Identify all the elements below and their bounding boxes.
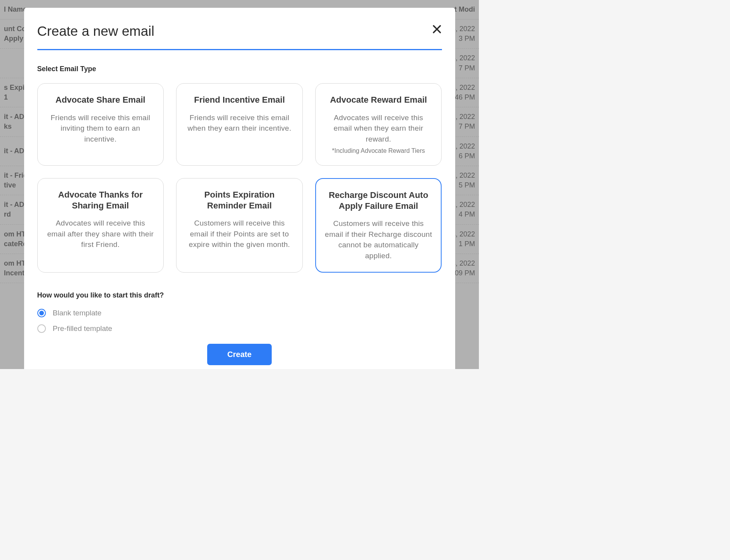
modal-overlay[interactable]: Create a new email Select Email Type Adv… bbox=[0, 0, 479, 369]
modal-title: Create a new email bbox=[37, 23, 442, 39]
draft-section: How would you like to start this draft? … bbox=[37, 291, 442, 333]
card-description: Customers will receive this email if the… bbox=[185, 218, 294, 250]
card-title: Advocate Share Email bbox=[56, 94, 145, 105]
radio-button[interactable] bbox=[37, 324, 46, 333]
card-title: Advocate Reward Email bbox=[330, 94, 427, 105]
card-description: Customers will receive this email if the… bbox=[325, 218, 433, 261]
email-type-card[interactable]: Points Expiration Reminder EmailCustomer… bbox=[176, 178, 303, 273]
email-type-card[interactable]: Advocate Reward EmailAdvocates will rece… bbox=[315, 83, 442, 166]
card-title: Advocate Thanks for Sharing Email bbox=[46, 189, 155, 211]
card-description: Advocates will receive this email after … bbox=[46, 218, 155, 250]
radio-label: Pre-filled template bbox=[53, 324, 112, 333]
select-email-type-label: Select Email Type bbox=[37, 65, 442, 73]
card-title: Friend Incentive Email bbox=[194, 94, 285, 105]
email-type-card[interactable]: Recharge Discount Auto Apply Failure Ema… bbox=[315, 178, 442, 273]
email-type-card[interactable]: Advocate Share EmailFriends will receive… bbox=[37, 83, 164, 166]
modal-divider bbox=[37, 49, 442, 50]
card-title: Points Expiration Reminder Email bbox=[185, 189, 294, 211]
radio-option[interactable]: Blank template bbox=[37, 309, 442, 317]
radio-button[interactable] bbox=[37, 309, 46, 317]
draft-start-label: How would you like to start this draft? bbox=[37, 291, 442, 299]
email-type-card[interactable]: Advocate Thanks for Sharing EmailAdvocat… bbox=[37, 178, 164, 273]
create-button[interactable]: Create bbox=[207, 344, 272, 365]
card-title: Recharge Discount Auto Apply Failure Ema… bbox=[325, 190, 433, 211]
email-type-grid: Advocate Share EmailFriends will receive… bbox=[37, 83, 442, 273]
card-description: Friends will receive this email inviting… bbox=[46, 112, 155, 145]
create-email-modal: Create a new email Select Email Type Adv… bbox=[24, 8, 455, 369]
card-description: Advocates will receive this email when t… bbox=[324, 112, 433, 145]
close-icon[interactable] bbox=[432, 24, 442, 34]
card-note: *Including Advocate Reward Tiers bbox=[332, 147, 425, 154]
radio-label: Blank template bbox=[53, 309, 102, 317]
radio-option[interactable]: Pre-filled template bbox=[37, 324, 442, 333]
email-type-card[interactable]: Friend Incentive EmailFriends will recei… bbox=[176, 83, 303, 166]
card-description: Friends will receive this email when the… bbox=[185, 112, 294, 134]
